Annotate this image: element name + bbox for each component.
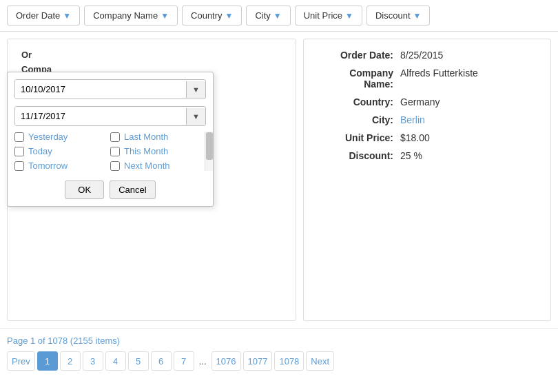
discount-label: Discount (375, 10, 411, 21)
page-1078-button[interactable]: 1078 (274, 351, 304, 371)
or-label: Or (21, 50, 282, 60)
yesterday-checkbox[interactable] (14, 132, 24, 142)
checkbox-today: Today (14, 146, 110, 156)
date-input-row-1: ▼ (14, 79, 206, 99)
today-checkbox[interactable] (14, 147, 24, 156)
page-info: Page 1 of 1078 (2155 items) (7, 336, 551, 346)
filter-unit-price[interactable]: Unit Price ▼ (295, 6, 362, 25)
scrollbar-track (205, 132, 213, 171)
page-2-button[interactable]: 2 (60, 351, 81, 371)
page-1077-button[interactable]: 1077 (243, 351, 273, 371)
tomorrow-label[interactable]: Tomorrow (28, 161, 68, 171)
this-month-checkbox[interactable] (110, 147, 120, 156)
date-to-arrow-icon[interactable]: ▼ (186, 108, 205, 125)
company-name-row: Company Name: Alfreds Futterkiste (318, 68, 537, 90)
filter-bar: Order Date ▼ Company Name ▼ Country ▼ Ci… (0, 0, 558, 32)
unit-price-funnel-icon: ▼ (345, 11, 353, 21)
company-name-funnel-icon: ▼ (161, 11, 169, 21)
last-month-label[interactable]: Last Month (124, 132, 168, 142)
page-3-button[interactable]: 3 (83, 351, 103, 371)
company-name-detail-value: Alfreds Futterkiste (400, 68, 478, 79)
company-name-detail-label: Company Name: (318, 68, 400, 90)
right-panel: Order Date: 8/25/2015 Company Name: Alfr… (303, 39, 551, 321)
page-5-button[interactable]: 5 (128, 351, 149, 371)
date-filter-popup: ▼ ▼ Yesterday Today Tomorrow (7, 72, 214, 207)
unit-price-row: Unit Price: $18.00 (318, 132, 537, 143)
checkbox-yesterday: Yesterday (14, 132, 110, 142)
country-detail-value: Germany (400, 96, 440, 107)
today-label[interactable]: Today (28, 146, 52, 156)
checkbox-last-month: Last Month (110, 132, 206, 142)
scrollbar-thumb[interactable] (206, 132, 213, 160)
city-label: City (255, 10, 270, 21)
country-detail-label: Country: (318, 96, 400, 107)
page-6-button[interactable]: 6 (151, 351, 172, 371)
page-1-button[interactable]: 1 (37, 351, 58, 371)
order-date-label: Order Date (16, 10, 60, 21)
checkbox-this-month: This Month (110, 146, 206, 156)
tomorrow-checkbox[interactable] (14, 161, 24, 171)
company-name-label: Company Name (93, 10, 158, 21)
unit-price-label: Unit Price (304, 10, 342, 21)
country-funnel-icon: ▼ (225, 11, 234, 21)
city-row: City: Berlin (318, 114, 537, 125)
checkbox-col-left: Yesterday Today Tomorrow (14, 132, 110, 171)
cancel-button[interactable]: Cancel (110, 180, 155, 199)
city-detail-value: Berlin (400, 114, 425, 125)
checkbox-next-month: Next Month (110, 161, 206, 171)
ellipsis: ... (196, 356, 209, 367)
order-date-detail-value: 8/25/2015 (400, 50, 443, 61)
country-label: Country (191, 10, 223, 21)
filter-company-name[interactable]: Company Name ▼ (84, 6, 178, 25)
last-month-checkbox[interactable] (110, 132, 120, 142)
discount-row: Discount: 25 % (318, 150, 537, 161)
right-discount-value: 25 % (400, 150, 422, 161)
country-row: Country: Germany (318, 96, 537, 107)
next-button[interactable]: Next (306, 351, 334, 371)
prev-button[interactable]: Prev (7, 351, 35, 371)
date-from-input[interactable] (15, 80, 186, 99)
next-month-checkbox[interactable] (110, 161, 120, 171)
popup-buttons: OK Cancel (8, 180, 213, 199)
date-input-row-2: ▼ (14, 106, 206, 126)
unit-price-detail-label: Unit Price: (318, 132, 400, 143)
order-date-funnel-icon: ▼ (63, 11, 71, 21)
city-funnel-icon: ▼ (273, 11, 282, 21)
order-date-row: Order Date: 8/25/2015 (318, 50, 537, 61)
filter-country[interactable]: Country ▼ (182, 6, 242, 25)
unit-price-detail-value: $18.00 (400, 132, 430, 143)
city-detail-label: City: (318, 114, 400, 125)
filter-discount[interactable]: Discount ▼ (366, 6, 430, 25)
order-date-detail-label: Order Date: (318, 50, 400, 61)
page-7-button[interactable]: 7 (174, 351, 194, 371)
checkbox-col-right: Last Month This Month Next Month (110, 132, 206, 171)
footer: Page 1 of 1078 (2155 items) Prev 1 2 3 4… (0, 328, 558, 374)
ok-button[interactable]: OK (65, 180, 104, 199)
next-month-label[interactable]: Next Month (124, 161, 169, 171)
pagination: Prev 1 2 3 4 5 6 7 ... 1076 1077 1078 Ne… (7, 351, 551, 371)
discount-funnel-icon: ▼ (413, 11, 422, 21)
yesterday-label[interactable]: Yesterday (28, 132, 68, 142)
main-area: Or Compa U Discount: 25 % Order Date: 8/… (0, 32, 558, 328)
checkbox-tomorrow: Tomorrow (14, 161, 110, 171)
checkbox-area: Yesterday Today Tomorrow Last Month (8, 132, 213, 171)
page-4-button[interactable]: 4 (105, 351, 126, 371)
filter-city[interactable]: City ▼ (246, 6, 290, 25)
date-to-input[interactable] (15, 107, 186, 125)
filter-order-date[interactable]: Order Date ▼ (7, 6, 80, 25)
page-1076-button[interactable]: 1076 (211, 351, 241, 371)
this-month-label[interactable]: This Month (124, 146, 168, 156)
right-discount-label: Discount: (318, 150, 400, 161)
date-from-arrow-icon[interactable]: ▼ (186, 81, 205, 98)
